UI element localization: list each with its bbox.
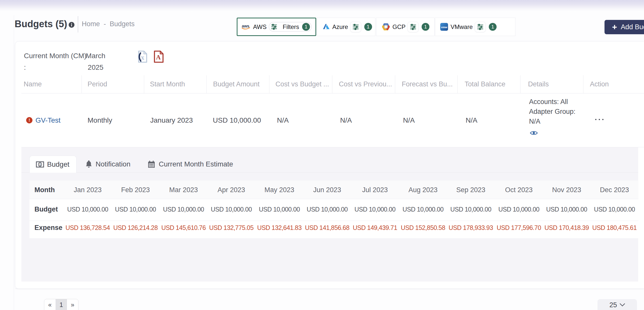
svg-text:aws: aws [242,24,249,28]
svg-text:vmw: vmw [441,26,447,29]
svg-text:A: A [156,54,161,61]
svg-text:1: 1 [39,163,41,166]
svg-text:x: x [141,54,144,61]
